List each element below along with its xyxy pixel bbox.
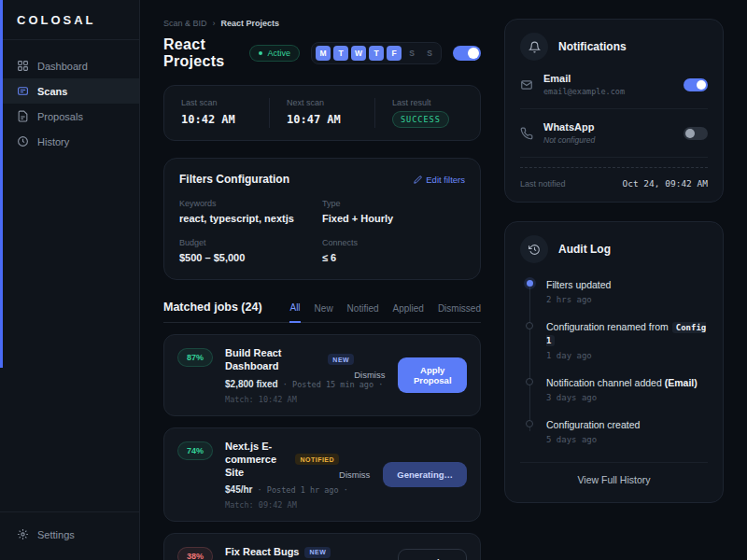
timeline-dot (526, 322, 533, 329)
sidebar-item-proposals[interactable]: Proposals (0, 104, 139, 129)
filters-header: Filters Configuration Edit filters (179, 173, 465, 186)
day-pill-thu[interactable]: T (369, 46, 384, 61)
next-scan-value: 10:47 AM (287, 113, 358, 126)
last-scan-label: Last scan (181, 98, 252, 107)
accent-strip (0, 0, 3, 368)
breadcrumb-separator: › (213, 19, 216, 28)
filter-field-type: Type Fixed + Hourly (322, 199, 465, 224)
phone-icon (520, 127, 533, 140)
filter-value: $500 – $5,000 (179, 252, 322, 263)
matched-jobs-header: Matched jobs (24) All New Notified Appli… (163, 301, 481, 323)
timeline-dot (526, 378, 533, 385)
page-title: React Projects (163, 36, 225, 70)
filter-label: Budget (179, 238, 322, 247)
job-status-badge: NEW (304, 547, 331, 558)
scan-status-card: Last scan 10:42 AM Next scan 10:47 AM La… (163, 85, 481, 141)
sidebar-nav: Dashboard Scans Proposals History (0, 40, 139, 511)
whatsapp-toggle[interactable] (684, 127, 708, 140)
filter-field-budget: Budget $500 – $5,000 (179, 238, 322, 263)
job-actions: Dismiss Apply Proposal (354, 357, 467, 393)
job-card[interactable]: 74% Next.js E-commerce Site NOTIFIED $45… (163, 427, 481, 523)
job-meta: $45/hr · Posted 1 hr ago · (225, 484, 339, 495)
breadcrumb-parent[interactable]: Scan & BID (163, 19, 207, 28)
timeline-dot (527, 280, 533, 287)
document-icon (17, 110, 29, 122)
audit-timeline: Filters updated 2 hrs ago Configuration … (527, 278, 708, 444)
job-actions: Dismiss Apply Proposal (353, 549, 467, 560)
breadcrumb: Scan & BID › React Projects (163, 19, 481, 28)
tab-dismissed[interactable]: Dismissed (438, 302, 481, 322)
audit-entry-emphasis: (Email) (665, 377, 698, 388)
notifications-header: Notifications (520, 33, 708, 61)
job-body: Next.js E-commerce Site NOTIFIED $45/hr … (225, 440, 339, 511)
filter-label: Keywords (179, 199, 322, 208)
channel-row-email: Email email@example.com (520, 61, 708, 109)
apply-proposal-button[interactable]: Apply Proposal (398, 549, 467, 560)
clock-icon (17, 135, 29, 147)
generating-button[interactable]: Generating… (383, 462, 467, 487)
match-score-badge: 87% (177, 348, 213, 367)
day-pill-mon[interactable]: M (316, 46, 331, 61)
sidebar-item-history[interactable]: History (0, 129, 139, 154)
sidebar-item-scans[interactable]: Scans (0, 78, 139, 104)
job-title: Build React Dashboard (225, 346, 322, 373)
matched-jobs-title: Matched jobs (24) (163, 301, 262, 322)
job-status-badge: NEW (328, 354, 354, 365)
sidebar-item-label: Proposals (37, 111, 83, 122)
title-row: React Projects Active M T W T F S S (163, 36, 481, 70)
next-scan-label: Next scan (287, 98, 358, 107)
gear-icon (17, 528, 29, 540)
job-match-time: Match: 10:42 AM (225, 395, 354, 404)
channel-name: WhatsApp (543, 121, 595, 133)
tab-all[interactable]: All (289, 302, 300, 323)
filters-grid: Keywords react, typescript, nextjs Type … (179, 199, 465, 263)
app-logo: COLOSAL (0, 0, 139, 40)
dismiss-button[interactable]: Dismiss (339, 469, 370, 480)
tab-notified[interactable]: Notified (347, 302, 379, 322)
job-card[interactable]: 38% Fix React Bugs NEW $150 fixed · Post… (163, 533, 481, 560)
apply-proposal-button[interactable]: Apply Proposal (398, 357, 467, 393)
audit-entry-time: 5 days ago (546, 435, 708, 444)
day-pill-fri[interactable]: F (387, 46, 402, 61)
filter-value: Fixed + Hourly (322, 213, 465, 224)
scan-icon (17, 85, 29, 97)
job-actions: Dismiss Generating… (339, 462, 467, 487)
audit-entry: Notification channel added(Email) 3 days… (527, 376, 708, 402)
day-pill-wed[interactable]: W (351, 46, 366, 61)
notifications-title: Notifications (558, 40, 627, 53)
day-pill-sat[interactable]: S (404, 46, 419, 61)
edit-filters-button[interactable]: Edit filters (414, 175, 465, 185)
tab-applied[interactable]: Applied (393, 302, 424, 322)
audit-entry: Configuration renamed fromConfig 1 1 day… (527, 320, 708, 359)
last-notified-label: Last notified (520, 179, 566, 189)
view-full-history-button[interactable]: View Full History (520, 462, 708, 489)
scan-enabled-toggle[interactable] (453, 46, 481, 61)
app-window: COLOSAL Dashboard Scans Proposals Histor… (0, 0, 747, 560)
history-icon (529, 244, 541, 256)
day-pill-tue[interactable]: T (333, 46, 348, 61)
jobs-tabs: All New Notified Applied Dismissed (289, 302, 481, 322)
filter-field-keywords: Keywords react, typescript, nextjs (179, 199, 322, 224)
sidebar-item-label: History (37, 136, 69, 147)
audit-entry-text: Notification channel added(Email) (546, 376, 708, 389)
envelope-icon (520, 78, 533, 91)
sidebar-item-settings[interactable]: Settings (0, 522, 139, 547)
job-body: Build React Dashboard NEW $2,800 fixed ·… (225, 346, 354, 404)
channel-detail: Not configured (543, 135, 595, 145)
day-pill-sun[interactable]: S (422, 46, 437, 61)
audit-entry-text: Filters updated (546, 278, 708, 291)
last-result-badge: SUCCESS (392, 111, 449, 128)
channel-info: Email email@example.com (543, 73, 625, 96)
email-toggle[interactable] (684, 78, 708, 91)
job-body: Fix React Bugs NEW $150 fixed · Posted 3… (225, 545, 353, 560)
sidebar-item-dashboard[interactable]: Dashboard (0, 53, 139, 78)
audit-entry-time: 1 day ago (546, 351, 708, 360)
bell-icon (529, 41, 541, 53)
edit-filters-label: Edit filters (426, 175, 465, 185)
job-card[interactable]: 87% Build React Dashboard NEW $2,800 fix… (163, 334, 481, 416)
filter-value: ≤ 6 (322, 252, 465, 263)
dismiss-button[interactable]: Dismiss (354, 370, 385, 380)
audit-entry-text: Configuration created (546, 418, 708, 431)
last-scan-value: 10:42 AM (181, 113, 252, 126)
tab-new[interactable]: New (315, 302, 333, 322)
